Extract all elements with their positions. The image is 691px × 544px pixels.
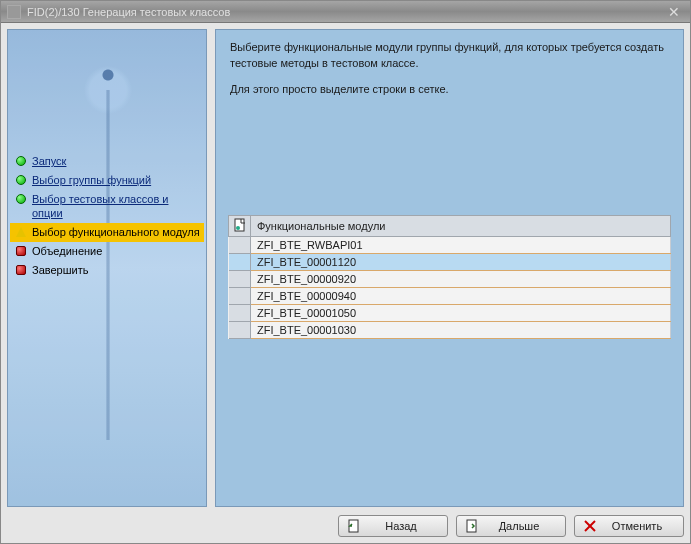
wizard-step-4: Объединение xyxy=(10,242,204,261)
page-prev-icon xyxy=(347,519,361,533)
dialog-window: FID(2)/130 Генерация тестовых классов ✕ … xyxy=(0,0,691,544)
pending-icon xyxy=(16,246,26,256)
wizard-step-1[interactable]: Выбор группы функций xyxy=(10,171,204,190)
current-icon xyxy=(16,227,26,237)
wizard-steps: ЗапускВыбор группы функцийВыбор тестовых… xyxy=(8,150,206,282)
wizard-step-label: Объединение xyxy=(32,245,102,258)
instructions: Выберите функциональные модули группы фу… xyxy=(216,30,683,116)
content-pane: Выберите функциональные модули группы фу… xyxy=(215,29,684,507)
done-icon xyxy=(16,156,26,166)
wizard-step-label[interactable]: Выбор группы функций xyxy=(32,174,151,187)
next-button-label: Дальше xyxy=(489,520,549,532)
window-title: FID(2)/130 Генерация тестовых классов xyxy=(27,6,230,18)
cancel-icon xyxy=(583,519,597,533)
row-selector[interactable] xyxy=(229,287,251,304)
cancel-button[interactable]: Отменить xyxy=(574,515,684,537)
table-row[interactable]: ZFI_BTE_00000920 xyxy=(229,270,671,287)
next-button[interactable]: Дальше xyxy=(456,515,566,537)
module-name-cell[interactable]: ZFI_BTE_00001120 xyxy=(251,253,671,270)
row-selector[interactable] xyxy=(229,270,251,287)
wizard-step-3: Выбор функционального модуля xyxy=(10,223,204,242)
back-button[interactable]: Назад xyxy=(338,515,448,537)
table-row[interactable]: ZFI_BTE_00000940 xyxy=(229,287,671,304)
window-icon xyxy=(7,5,21,19)
wizard-step-5: Завершить xyxy=(10,261,204,280)
wizard-step-label[interactable]: Запуск xyxy=(32,155,66,168)
body-area: ЗапускВыбор группы функцийВыбор тестовых… xyxy=(1,23,690,543)
button-row: Назад Дальше Отменить xyxy=(7,507,684,537)
table-row[interactable]: ZFI_BTE_00001120 xyxy=(229,253,671,270)
back-button-label: Назад xyxy=(371,520,431,532)
document-icon xyxy=(233,218,247,232)
instruction-line-1: Выберите функциональные модули группы фу… xyxy=(230,40,669,72)
done-icon xyxy=(16,175,26,185)
grid-wrap: Функциональные модули ZFI_BTE_RWBAPI01ZF… xyxy=(228,215,671,308)
cancel-button-label: Отменить xyxy=(607,520,667,532)
pending-icon xyxy=(16,265,26,275)
main-row: ЗапускВыбор группы функцийВыбор тестовых… xyxy=(7,29,684,507)
close-icon[interactable]: ✕ xyxy=(664,4,684,20)
table-header-name[interactable]: Функциональные модули xyxy=(251,215,671,236)
module-name-cell[interactable]: ZFI_BTE_00000940 xyxy=(251,287,671,304)
module-name-cell[interactable]: ZFI_BTE_00001050 xyxy=(251,304,671,321)
module-name-cell[interactable]: ZFI_BTE_RWBAPI01 xyxy=(251,236,671,253)
wizard-step-0[interactable]: Запуск xyxy=(10,152,204,171)
instruction-line-2: Для этого просто выделите строки в сетке… xyxy=(230,82,669,98)
wizard-step-label: Выбор функционального модуля xyxy=(32,226,200,239)
table-row[interactable]: ZFI_BTE_00001050 xyxy=(229,304,671,321)
table-row[interactable]: ZFI_BTE_RWBAPI01 xyxy=(229,236,671,253)
wizard-sidebar: ЗапускВыбор группы функцийВыбор тестовых… xyxy=(7,29,207,507)
page-next-icon xyxy=(465,519,479,533)
wizard-step-label: Завершить xyxy=(32,264,88,277)
row-selector[interactable] xyxy=(229,304,251,321)
row-selector[interactable] xyxy=(229,236,251,253)
wizard-step-label[interactable]: Выбор тестовых классов и опции xyxy=(32,193,200,219)
svg-point-1 xyxy=(236,226,240,230)
row-selector[interactable] xyxy=(229,253,251,270)
module-name-cell[interactable]: ZFI_BTE_00000920 xyxy=(251,270,671,287)
wizard-step-2[interactable]: Выбор тестовых классов и опции xyxy=(10,190,204,222)
table-header-icon[interactable] xyxy=(229,215,251,236)
titlebar[interactable]: FID(2)/130 Генерация тестовых классов ✕ xyxy=(1,1,690,23)
done-icon xyxy=(16,194,26,204)
